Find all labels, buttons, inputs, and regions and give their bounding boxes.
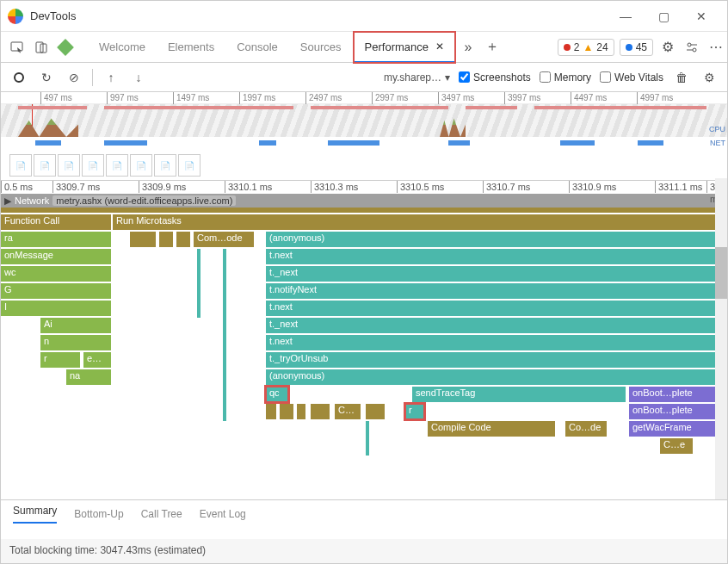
flame-sliver[interactable] <box>197 249 201 318</box>
3d-view-icon[interactable] <box>54 36 77 59</box>
flame-onboot[interactable]: onBoot…plete <box>629 387 715 402</box>
ruler-tick: 997 ms <box>107 92 139 104</box>
delete-button[interactable]: 🗑 <box>672 68 691 87</box>
flame-run-microtasks[interactable]: Run Microtasks <box>113 214 715 230</box>
cpu-overview[interactable]: CPU <box>1 104 727 137</box>
close-tab-icon[interactable]: ✕ <box>435 40 444 53</box>
flame-t_next[interactable]: t._next <box>266 266 715 282</box>
info-badge[interactable]: 45 <box>620 39 653 56</box>
settings-icon[interactable]: ⚙ <box>657 36 679 59</box>
flame-ruler[interactable]: 0.5 ms3309.7 ms3309.9 ms3310.1 ms3310.3 … <box>1 180 727 194</box>
expand-triangle-icon[interactable]: ▶ <box>4 195 11 207</box>
more-tabs-icon[interactable]: » <box>457 36 479 59</box>
ruler-tick: 0.5 ms <box>1 181 33 193</box>
errors-badge[interactable]: 2 ▲ 24 <box>558 39 614 56</box>
flame-function-call[interactable]: Function Call <box>1 214 111 230</box>
target-dropdown[interactable]: my.sharep… ▾ <box>384 71 450 84</box>
clear-button[interactable]: ⊘ <box>65 68 83 87</box>
ruler-tick: 3497 ms <box>438 92 474 104</box>
flame-sendtrace[interactable]: sendTraceTag <box>412 387 626 402</box>
tab-eventlog[interactable]: Event Log <box>200 508 246 520</box>
tab-bottomup[interactable]: Bottom-Up <box>74 508 123 520</box>
flame-wc[interactable]: wc <box>1 266 111 282</box>
flame-chip[interactable] <box>159 232 173 247</box>
tab-calltree[interactable]: Call Tree <box>141 508 182 520</box>
overview-ruler[interactable]: 497 ms997 ms1497 ms1997 ms2497 ms2997 ms… <box>1 92 727 104</box>
device-toolbar-icon[interactable] <box>30 36 52 59</box>
webvitals-toggle[interactable]: Web Vitals <box>600 71 663 84</box>
flame-compile-ode[interactable]: Com…ode <box>194 232 254 247</box>
network-lane-label: Network <box>15 195 49 206</box>
customize-icon[interactable] <box>681 36 703 59</box>
flame-chip[interactable] <box>297 404 305 419</box>
screenshots-strip[interactable]: 📄📄📄📄📄📄📄📄 <box>1 152 727 180</box>
flame-chip[interactable] <box>280 404 293 419</box>
reload-button[interactable]: ↻ <box>37 68 56 87</box>
net-overview[interactable]: NET <box>1 137 727 152</box>
vertical-scrollbar[interactable] <box>715 178 727 505</box>
maximize-button[interactable]: ▢ <box>645 1 682 32</box>
ruler-tick: 3309.9 ms <box>139 181 186 193</box>
flame-rr[interactable]: r <box>40 352 80 368</box>
flame-ttry[interactable]: t._tryOrUnsub <box>266 352 715 368</box>
network-request-item[interactable]: metry.ashx (word-edit.officeapps.live.co… <box>52 195 236 206</box>
kebab-menu-icon[interactable]: ⋯ <box>705 36 727 59</box>
flame-ra[interactable]: ra <box>1 232 111 247</box>
flame-tnext3[interactable]: t.next <box>266 335 715 350</box>
save-profile-button[interactable]: ↓ <box>129 68 148 87</box>
tab-performance-label: Performance <box>365 40 429 53</box>
tab-console[interactable]: Console <box>226 32 288 63</box>
flame-anon2[interactable]: (anonymous) <box>266 369 715 385</box>
window-title: DevTools <box>30 9 76 22</box>
flame-t_next2[interactable]: t._next <box>266 318 715 333</box>
flame-chart[interactable]: Function Call Run Microtasks ra onMessag… <box>1 208 727 492</box>
network-lane[interactable]: ▶ Network metry.ashx (word-edit.officeap… <box>1 194 727 208</box>
flame-ce2[interactable]: C…e <box>660 438 693 454</box>
flame-i[interactable]: I <box>1 301 111 316</box>
inspect-element-icon[interactable] <box>6 36 28 59</box>
tab-elements[interactable]: Elements <box>157 32 225 63</box>
flame-code[interactable]: Co…de <box>565 421 607 437</box>
flame-na[interactable]: na <box>66 369 111 385</box>
flame-chip[interactable] <box>311 404 330 419</box>
window-titlebar: DevTools — ▢ ✕ <box>1 1 727 32</box>
ruler-tick: 2497 ms <box>305 92 342 104</box>
flame-tnext2[interactable]: t.next <box>266 301 715 316</box>
flame-g[interactable]: G <box>1 283 111 299</box>
warnings-count: 24 <box>596 41 608 53</box>
flame-tnext[interactable]: t.next <box>266 249 715 264</box>
flame-tnotify[interactable]: t.notifyNext <box>266 283 715 299</box>
info-dot-icon <box>626 44 632 51</box>
flame-e[interactable]: e… <box>83 352 111 368</box>
tab-sources[interactable]: Sources <box>290 32 352 63</box>
flame-ai[interactable]: Ai <box>40 318 111 333</box>
flame-anon[interactable]: (anonymous) <box>266 232 715 247</box>
flame-sliver[interactable] <box>366 421 369 456</box>
flame-chip[interactable] <box>366 404 385 419</box>
load-profile-button[interactable]: ↑ <box>102 68 120 87</box>
flame-chip[interactable] <box>266 404 276 419</box>
close-button[interactable]: ✕ <box>682 1 720 32</box>
tab-summary[interactable]: Summary <box>13 505 57 524</box>
screenshots-toggle[interactable]: Screenshots <box>459 71 531 84</box>
flame-qc[interactable]: qc <box>266 387 288 402</box>
record-button[interactable] <box>9 68 28 87</box>
flame-chip[interactable] <box>130 232 156 247</box>
flame-sliver[interactable] <box>223 249 226 421</box>
memory-toggle[interactable]: Memory <box>540 71 591 84</box>
capture-settings-icon[interactable]: ⚙ <box>700 68 719 87</box>
tab-welcome[interactable]: Welcome <box>89 32 156 63</box>
new-tab-icon[interactable]: ＋ <box>481 36 503 59</box>
flame-onmessage[interactable]: onMessage <box>1 249 111 264</box>
flame-onboot2[interactable]: onBoot…plete <box>629 404 715 419</box>
minimize-button[interactable]: — <box>607 1 645 32</box>
flame-getwac[interactable]: getWacFrame <box>629 421 715 437</box>
ruler-tick: 3309.7 ms <box>52 181 100 193</box>
flame-chip[interactable] <box>176 232 190 247</box>
flame-ce[interactable]: C…e <box>335 404 361 419</box>
flame-n[interactable]: n <box>40 335 111 350</box>
tab-performance[interactable]: Performance ✕ <box>354 32 455 63</box>
flame-r[interactable]: r <box>405 404 424 419</box>
flame-compile[interactable]: Compile Code <box>428 421 555 437</box>
flame-task[interactable] <box>1 208 715 213</box>
